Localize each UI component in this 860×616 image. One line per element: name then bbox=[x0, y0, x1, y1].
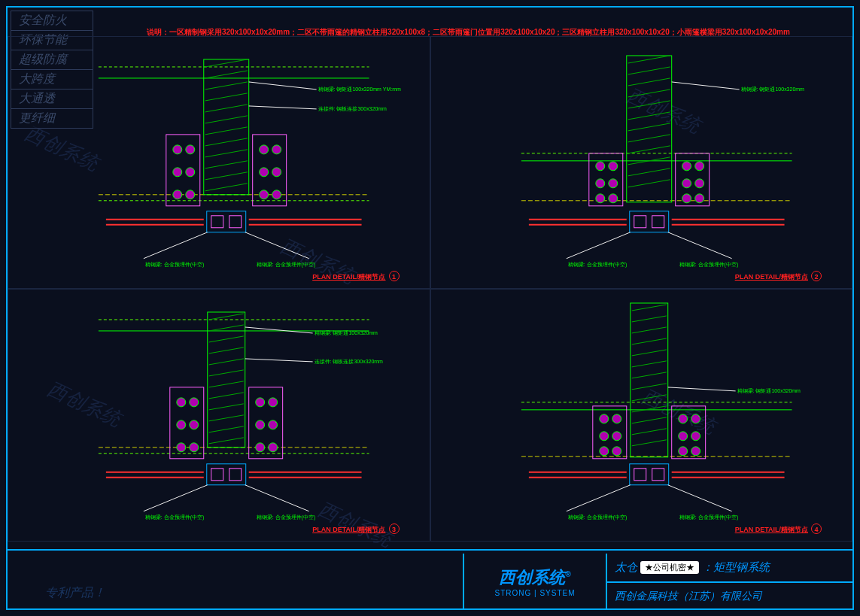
svg-point-113 bbox=[190, 443, 199, 452]
sidebar-item: 安全防火 bbox=[11, 11, 93, 31]
svg-line-11 bbox=[205, 127, 248, 135]
detail-title: PLAN DETAIL/精钢节点2 bbox=[735, 271, 822, 282]
svg-line-15 bbox=[205, 172, 248, 180]
svg-line-42 bbox=[144, 232, 208, 259]
svg-point-68 bbox=[595, 194, 604, 203]
svg-point-66 bbox=[595, 179, 604, 188]
svg-point-27 bbox=[260, 168, 269, 177]
svg-line-14 bbox=[205, 161, 248, 168]
detail-title: PLAN DETAIL/精钢节点1 bbox=[312, 271, 399, 282]
svg-text:精钢梁: 合金预埋件(中空): 精钢梁: 合金预埋件(中空) bbox=[257, 514, 316, 520]
svg-line-50 bbox=[628, 56, 670, 63]
svg-point-70 bbox=[682, 162, 691, 171]
svg-point-163 bbox=[691, 432, 700, 441]
logo-cell: 西创系统® STRONG | SYSTEM bbox=[464, 554, 607, 610]
svg-line-9 bbox=[205, 105, 248, 112]
svg-line-97 bbox=[209, 347, 244, 354]
svg-rect-36 bbox=[211, 216, 223, 228]
detail-view-2: 精钢梁: 钢矩通100x320mm 精钢梁: 合金预埋件(中空) 精钢梁: 合金… bbox=[430, 36, 853, 289]
svg-text:连接件: 钢板连接300x320mm: 连接件: 钢板连接300x320mm bbox=[315, 359, 383, 364]
svg-point-24 bbox=[186, 190, 195, 199]
svg-line-87 bbox=[667, 232, 731, 259]
svg-point-26 bbox=[272, 145, 281, 154]
svg-rect-124 bbox=[207, 464, 246, 485]
svg-point-158 bbox=[599, 447, 608, 456]
svg-point-108 bbox=[177, 398, 186, 407]
svg-text:精钢梁: 合金预埋件(中空): 精钢梁: 合金预埋件(中空) bbox=[567, 262, 627, 268]
svg-line-12 bbox=[205, 138, 248, 146]
svg-line-100 bbox=[209, 381, 244, 387]
svg-point-155 bbox=[612, 414, 621, 423]
svg-line-105 bbox=[209, 438, 244, 444]
svg-point-118 bbox=[256, 443, 265, 452]
svg-point-160 bbox=[678, 414, 687, 423]
svg-rect-172 bbox=[652, 469, 664, 481]
svg-point-164 bbox=[678, 447, 687, 456]
svg-line-54 bbox=[628, 101, 670, 108]
svg-point-154 bbox=[599, 414, 608, 423]
logo-subtext: STRONG | SYSTEM bbox=[494, 589, 575, 597]
company-row: 西创金属科技（江苏）有限公司 bbox=[607, 583, 854, 611]
svg-line-94 bbox=[209, 314, 244, 320]
svg-rect-4 bbox=[204, 59, 249, 195]
svg-point-67 bbox=[608, 179, 617, 188]
svg-text:精钢梁: 合金预埋件(中空): 精钢梁: 合金预埋件(中空) bbox=[145, 262, 205, 268]
svg-point-165 bbox=[691, 447, 700, 456]
plan-detail-drawing: 精钢梁: 钢矩通100x320mm YM:mm 连接件: 钢板连接300x320… bbox=[8, 37, 429, 289]
confidential-badge: ★公司机密★ bbox=[640, 561, 699, 574]
svg-line-146 bbox=[631, 384, 666, 390]
svg-line-57 bbox=[628, 135, 670, 142]
svg-text:精钢梁: 钢矩通100x320mm: 精钢梁: 钢矩通100x320mm bbox=[740, 86, 804, 92]
svg-point-65 bbox=[608, 162, 617, 171]
svg-rect-81 bbox=[634, 216, 646, 228]
svg-line-104 bbox=[209, 426, 244, 432]
svg-line-129 bbox=[245, 359, 313, 362]
svg-point-64 bbox=[595, 162, 604, 171]
svg-line-101 bbox=[209, 393, 244, 399]
svg-line-144 bbox=[631, 361, 666, 367]
svg-point-22 bbox=[186, 168, 195, 177]
svg-text:精钢梁: 合金预埋件(中空): 精钢梁: 合金预埋件(中空) bbox=[257, 262, 316, 268]
svg-line-147 bbox=[631, 395, 666, 401]
detail-view-1: 精钢梁: 钢矩通100x320mm YM:mm 连接件: 钢板连接300x320… bbox=[8, 36, 430, 289]
svg-line-8 bbox=[205, 93, 248, 101]
svg-rect-80 bbox=[629, 211, 668, 232]
svg-point-20 bbox=[186, 145, 195, 154]
svg-line-53 bbox=[628, 90, 670, 97]
svg-line-61 bbox=[628, 180, 670, 187]
svg-line-151 bbox=[631, 440, 666, 446]
svg-line-16 bbox=[205, 184, 248, 191]
svg-text:精钢梁: 钢矩通100x320mm: 精钢梁: 钢矩通100x320mm bbox=[315, 330, 378, 335]
svg-text:精钢梁: 合金预埋件(中空): 精钢梁: 合金预埋件(中空) bbox=[145, 514, 205, 520]
logo-text: 西创系统® bbox=[499, 566, 570, 589]
svg-line-51 bbox=[628, 67, 670, 74]
svg-point-73 bbox=[694, 179, 703, 188]
svg-rect-126 bbox=[229, 469, 242, 481]
svg-line-95 bbox=[209, 325, 244, 331]
svg-line-141 bbox=[631, 327, 666, 333]
svg-line-127 bbox=[245, 327, 313, 333]
svg-point-110 bbox=[177, 420, 186, 429]
svg-line-7 bbox=[205, 82, 248, 90]
svg-line-13 bbox=[205, 150, 248, 157]
svg-line-148 bbox=[631, 406, 666, 412]
svg-point-112 bbox=[177, 443, 186, 452]
svg-line-6 bbox=[205, 71, 248, 78]
svg-line-44 bbox=[245, 232, 309, 259]
svg-point-117 bbox=[269, 420, 278, 429]
plan-detail-drawing: 精钢梁: 钢矩通100x320mm 精钢梁: 合金预埋件(中空) 精钢梁: 合金… bbox=[431, 37, 852, 289]
svg-point-75 bbox=[694, 194, 703, 203]
svg-point-119 bbox=[269, 443, 278, 452]
svg-line-99 bbox=[209, 370, 244, 376]
detail-title: PLAN DETAIL/精钢节点3 bbox=[312, 523, 399, 535]
svg-line-175 bbox=[566, 485, 630, 511]
svg-line-98 bbox=[209, 359, 244, 365]
svg-line-140 bbox=[631, 316, 666, 322]
svg-line-52 bbox=[628, 78, 670, 86]
svg-point-30 bbox=[272, 190, 281, 199]
svg-text:精钢梁: 钢矩通100x320mm: 精钢梁: 钢矩通100x320mm bbox=[737, 388, 800, 393]
svg-line-150 bbox=[631, 429, 666, 435]
svg-point-111 bbox=[190, 420, 199, 429]
svg-point-74 bbox=[682, 194, 691, 203]
svg-point-159 bbox=[612, 447, 621, 456]
